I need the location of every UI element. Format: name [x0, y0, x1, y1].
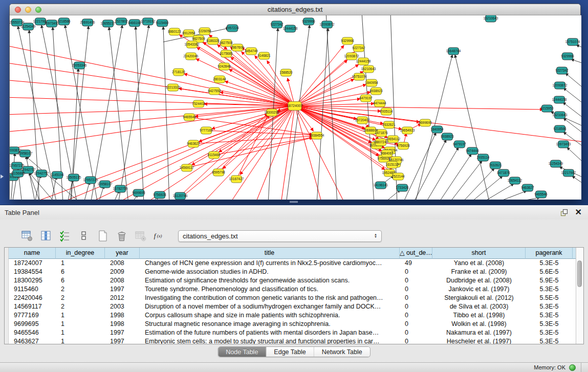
graph-edge[interactable] — [30, 106, 295, 200]
table-header-row: namein_degreeyeartitle△ out_de…shortpage… — [9, 248, 576, 259]
tab-node-table[interactable]: Node Table — [218, 347, 266, 357]
graph-edge[interactable] — [295, 106, 543, 110]
table-row[interactable]: 1938455462009Genome-wide association stu… — [9, 268, 576, 276]
column-header-out_de[interactable]: △ out_de… — [400, 248, 432, 259]
graph-node-label: 8912954 — [182, 31, 195, 35]
table-row[interactable]: 977716911998Corpus callosum shape and si… — [9, 311, 576, 320]
table-row[interactable]: 2242004622012Investigating the contribut… — [9, 294, 576, 302]
graph-edge[interactable] — [295, 46, 344, 106]
graph-edge[interactable] — [493, 191, 527, 200]
graph-node-label: 12093872 — [344, 54, 359, 58]
graph-edge[interactable] — [362, 15, 374, 200]
graph-edge[interactable] — [10, 80, 295, 106]
graph-edge[interactable] — [455, 55, 490, 200]
table-cell: 0 — [400, 285, 432, 294]
graph-node-label: 10167427 — [229, 177, 244, 181]
graph-node-label: 16120746 — [173, 194, 188, 198]
apply-checkmarks-icon[interactable] — [58, 229, 72, 243]
graph-edge[interactable] — [231, 57, 295, 106]
table-row[interactable]: 1456911722003Disruption of a novel membe… — [9, 302, 576, 311]
table-cell: 1 — [56, 337, 105, 344]
split-pane-handle[interactable] — [290, 201, 298, 203]
graph-edge[interactable] — [52, 177, 56, 200]
graph-edge[interactable] — [295, 64, 359, 106]
float-window-icon[interactable] — [560, 209, 568, 216]
table-cell: Wolkin et al. (1998) — [432, 320, 526, 329]
graph-node-label: 12213323 — [166, 85, 181, 89]
table-row[interactable]: 1830029562008Estimation of significance … — [9, 276, 576, 285]
column-header-title[interactable]: title — [140, 248, 400, 259]
graph-edge[interactable] — [576, 45, 581, 49]
table-row[interactable]: 946554611997Estimation of the future num… — [9, 329, 576, 337]
table-row[interactable]: 946362711997Embryonic stem cells: a mode… — [9, 337, 576, 344]
graph-edge[interactable] — [572, 176, 581, 186]
tab-edge-table[interactable]: Edge Table — [266, 347, 314, 357]
graph-node-label: 9218586 — [57, 19, 71, 23]
graph-edge[interactable] — [163, 27, 169, 200]
graph-node-label: 17957225 — [83, 178, 98, 182]
graph-node-label: 16210643 — [361, 67, 376, 71]
delete-trash-icon[interactable] — [115, 229, 128, 243]
network-view-window[interactable]: citations_edges.txt 18724007886012389129… — [9, 4, 581, 200]
graph-edge[interactable] — [118, 25, 149, 200]
vertical-scrollbar[interactable] — [576, 248, 583, 344]
close-panel-icon[interactable]: ✕ — [575, 209, 582, 216]
graph-edge[interactable] — [506, 198, 540, 200]
graph-edge[interactable] — [383, 190, 400, 200]
graph-edge[interactable] — [295, 60, 347, 106]
graph-edge[interactable] — [230, 106, 295, 200]
column-header-year[interactable]: year — [105, 248, 140, 259]
close-button[interactable] — [15, 7, 21, 13]
table-cell: 2 — [56, 302, 105, 311]
column-header-in_degree[interactable]: in_degree — [56, 248, 105, 259]
graph-edge[interactable] — [565, 73, 581, 91]
graph-edge[interactable] — [180, 114, 268, 196]
table-row[interactable]: 969969511998Structural magnetic resonanc… — [9, 320, 576, 329]
graph-edge[interactable] — [136, 27, 144, 200]
table-row[interactable]: 911546021997Tourette syndrome. Phenomeno… — [9, 285, 576, 294]
graph-edge[interactable] — [84, 182, 90, 200]
select-columns-icon[interactable] — [39, 229, 53, 243]
graph-edge[interactable] — [326, 15, 337, 200]
graph-node-label: 9699695 — [419, 121, 432, 124]
table-cell: 1998 — [105, 311, 140, 320]
minimize-button[interactable] — [25, 7, 31, 13]
graph-edge[interactable] — [425, 147, 459, 200]
graph-edge[interactable] — [461, 168, 494, 200]
table-cell: Structural magnetic resonance image aver… — [140, 320, 400, 329]
graph-edge[interactable] — [567, 147, 581, 166]
scrollbar-thumb[interactable] — [577, 260, 582, 287]
graph-edge[interactable] — [223, 106, 295, 169]
graph-node-label: 2803144 — [213, 77, 226, 81]
table-cell: Stergiakouli et al. (2012) — [432, 294, 526, 302]
graph-edge[interactable] — [413, 140, 446, 200]
graph-edge[interactable] — [10, 97, 295, 106]
tab-network-table[interactable]: Network Table — [314, 347, 370, 357]
column-header-short[interactable]: short — [432, 248, 526, 259]
column-header-name[interactable]: name — [9, 248, 56, 259]
graph-node-label: 8938923 — [369, 89, 383, 93]
table-row[interactable]: 1872400712008Changes of HCN gene express… — [9, 259, 576, 268]
table-cell: Tibbo et al. (1998) — [432, 311, 526, 320]
column-header-pagerank[interactable]: pagerank — [526, 248, 573, 259]
table-cell: 0 — [400, 276, 432, 285]
network-canvas[interactable]: 1872400788601238912954222605898275098186… — [10, 15, 581, 200]
zoom-button[interactable] — [35, 7, 41, 13]
table-settings-icon[interactable] — [20, 229, 34, 243]
function-builder-icon[interactable]: f (x) — [153, 229, 166, 243]
graph-node-label: 8938923 — [441, 135, 454, 138]
table-cell: 5.6E-5 — [526, 268, 573, 276]
graph-edge[interactable] — [563, 88, 581, 106]
table-panel: Table Panel ✕ — [0, 205, 588, 362]
table-selector-dropdown[interactable]: citations_edges.txt ▲▼ — [178, 230, 382, 242]
graph-edge[interactable] — [438, 154, 471, 200]
graph-edge[interactable] — [196, 59, 295, 106]
graph-node-label: 10973493 — [556, 142, 571, 146]
window-titlebar[interactable]: citations_edges.txt — [10, 4, 580, 15]
graph-edge[interactable] — [91, 25, 122, 200]
graph-edge[interactable] — [563, 102, 581, 121]
new-document-icon[interactable] — [96, 229, 110, 243]
graph-node-label: 12093872 — [553, 83, 568, 87]
graph-edge[interactable] — [571, 59, 581, 64]
merge-rows-icon[interactable] — [77, 229, 91, 243]
